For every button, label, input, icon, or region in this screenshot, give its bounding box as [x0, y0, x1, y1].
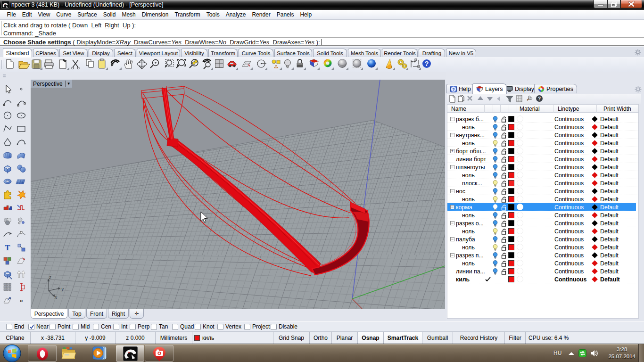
- svg-text:y: y: [61, 286, 64, 292]
- svg-text:T: T: [5, 243, 10, 252]
- svg-text:?: ?: [425, 60, 429, 67]
- svg-text:x: x: [54, 294, 58, 300]
- svg-text:?: ?: [538, 96, 541, 101]
- svg-text:»: »: [19, 297, 23, 304]
- svg-text:z: z: [49, 274, 51, 280]
- svg-text:?: ?: [452, 87, 455, 91]
